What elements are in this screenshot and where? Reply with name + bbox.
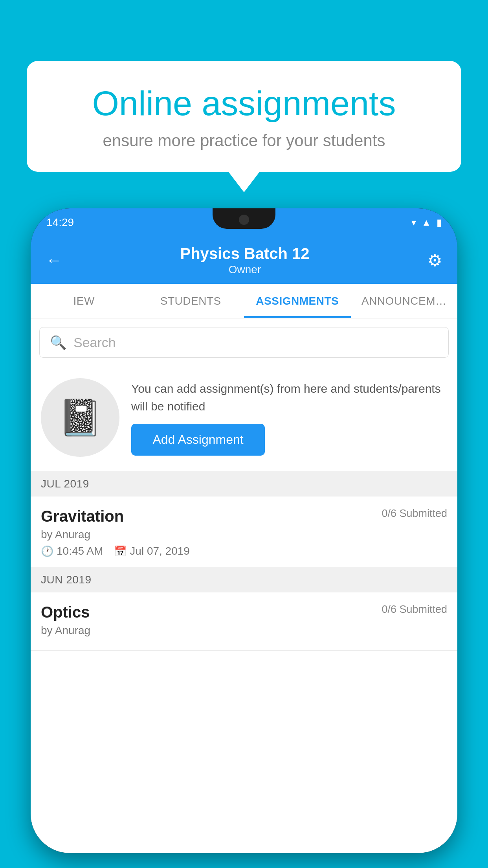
notebook-icon: 📓 bbox=[58, 397, 102, 438]
clock-icon: 🕐 bbox=[41, 545, 53, 557]
time-item: 🕐 10:45 AM bbox=[41, 545, 103, 557]
assignment-date: Jul 07, 2019 bbox=[130, 545, 190, 557]
search-bar[interactable]: 🔍 Search bbox=[39, 327, 449, 358]
battery-icon: ▮ bbox=[437, 217, 442, 228]
app-header: ← Physics Batch 12 Owner ⚙ bbox=[31, 237, 457, 284]
optics-submitted: 0/6 Submitted bbox=[382, 603, 447, 616]
promo-subtitle: ensure more practice for your students bbox=[54, 131, 434, 150]
tabs-bar: IEW STUDENTS ASSIGNMENTS ANNOUNCEM… bbox=[31, 284, 457, 318]
promo-card: Online assignments ensure more practice … bbox=[27, 61, 461, 172]
signal-icon: ▲ bbox=[422, 217, 431, 228]
date-item: 📅 Jul 07, 2019 bbox=[114, 545, 190, 557]
search-placeholder: Search bbox=[73, 335, 116, 350]
optics-top-row: Optics 0/6 Submitted bbox=[41, 603, 447, 621]
section-jul-2019: JUL 2019 bbox=[31, 471, 457, 497]
header-title-group: Physics Batch 12 Owner bbox=[180, 245, 309, 276]
calendar-icon: 📅 bbox=[114, 545, 127, 557]
promo-title: Online assignments bbox=[54, 85, 434, 123]
content-area: 🔍 Search 📓 You can add assignment(s) fro… bbox=[31, 318, 457, 853]
batch-title: Physics Batch 12 bbox=[180, 245, 309, 263]
add-assignment-button[interactable]: Add Assignment bbox=[131, 424, 265, 456]
assignment-promo-section: 📓 You can add assignment(s) from here an… bbox=[31, 364, 457, 471]
assignment-gravitation[interactable]: Gravitation 0/6 Submitted by Anurag 🕐 10… bbox=[31, 497, 457, 567]
optics-author: by Anurag bbox=[41, 624, 447, 637]
search-container: 🔍 Search bbox=[31, 318, 457, 364]
phone-frame: 14:29 ▾ ▲ ▮ ← Physics Batch 12 Owner ⚙ I… bbox=[31, 208, 457, 853]
assignment-promo-text: You can add assignment(s) from here and … bbox=[131, 380, 447, 456]
status-time: 14:29 bbox=[46, 216, 74, 229]
assignment-top-row: Gravitation 0/6 Submitted bbox=[41, 508, 447, 525]
search-icon: 🔍 bbox=[50, 335, 66, 350]
submitted-badge: 0/6 Submitted bbox=[382, 508, 447, 520]
tab-students[interactable]: STUDENTS bbox=[138, 284, 244, 318]
owner-label: Owner bbox=[180, 263, 309, 276]
assignment-author: by Anurag bbox=[41, 528, 447, 541]
assignment-name: Gravitation bbox=[41, 508, 124, 525]
back-button[interactable]: ← bbox=[46, 251, 62, 270]
tab-assignments[interactable]: ASSIGNMENTS bbox=[244, 284, 351, 318]
assignment-time: 10:45 AM bbox=[57, 545, 103, 557]
tab-announcements[interactable]: ANNOUNCEM… bbox=[351, 284, 458, 318]
front-camera bbox=[239, 215, 249, 225]
wifi-icon: ▾ bbox=[411, 217, 416, 228]
phone-notch bbox=[213, 208, 275, 229]
settings-icon[interactable]: ⚙ bbox=[427, 251, 442, 270]
section-jun-2019: JUN 2019 bbox=[31, 567, 457, 592]
promo-description: You can add assignment(s) from here and … bbox=[131, 380, 447, 415]
assignment-time-row: 🕐 10:45 AM 📅 Jul 07, 2019 bbox=[41, 545, 447, 557]
assignment-icon-circle: 📓 bbox=[41, 378, 119, 457]
assignment-optics[interactable]: Optics 0/6 Submitted by Anurag bbox=[31, 592, 457, 651]
tab-iew[interactable]: IEW bbox=[31, 284, 138, 318]
status-icons: ▾ ▲ ▮ bbox=[411, 217, 442, 228]
optics-name: Optics bbox=[41, 603, 90, 621]
